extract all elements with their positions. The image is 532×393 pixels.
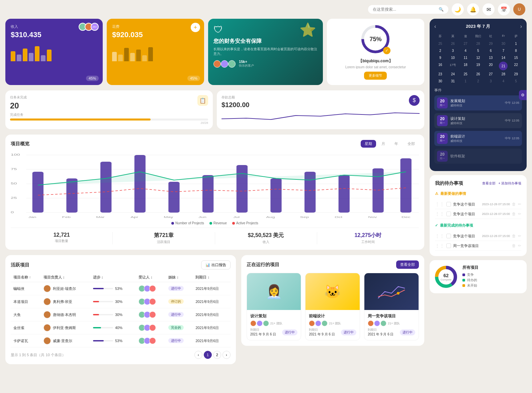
cal-day-15[interactable]: 15: [510, 55, 522, 61]
cal-day-31[interactable]: 31: [447, 78, 459, 84]
drag-handle-3[interactable]: ⋮⋮: [435, 243, 444, 248]
next-page-button[interactable]: ›: [223, 351, 231, 359]
bar-1: [11, 51, 15, 61]
cell-progress-4: 53%: [90, 334, 136, 347]
mail-button[interactable]: ✉: [482, 3, 495, 15]
cal-day-26[interactable]: 26: [472, 71, 484, 77]
revenue-amount: $310.435: [11, 30, 97, 39]
cal-day-17[interactable]: 17号: [447, 62, 459, 70]
tab-month[interactable]: 月: [377, 140, 389, 148]
page-2-button[interactable]: 2: [213, 351, 221, 359]
page-buttons[interactable]: ‹ 1 2 ›: [194, 351, 231, 359]
drag-handle-2[interactable]: ⋮⋮: [435, 233, 444, 239]
cal-day-10[interactable]: 10: [447, 55, 459, 61]
cal-day-16[interactable]: 16: [434, 62, 446, 70]
cal-day-3[interactable]: 3: [447, 48, 459, 54]
cal-day-14[interactable]: 14: [498, 55, 510, 61]
cal-day-1[interactable]: 1: [510, 41, 522, 47]
svg-rect-23: [401, 158, 412, 213]
cal-day-next-1[interactable]: 1: [459, 78, 471, 84]
event-sub-2: 威特科技: [450, 139, 502, 143]
promo-av-3: [228, 60, 236, 68]
todo-edit-3[interactable]: ✏: [518, 243, 521, 248]
tab-all[interactable]: 全部: [404, 140, 419, 148]
cal-day-12[interactable]: 12: [472, 55, 484, 61]
more-details-button[interactable]: 更多细节: [364, 72, 387, 80]
todo-delete-0[interactable]: 🗑: [512, 202, 516, 207]
proj-av-2-3: [380, 320, 386, 326]
cal-day-2[interactable]: 2: [434, 48, 446, 54]
view-all-running-button[interactable]: 查看全部: [396, 260, 419, 269]
cal-day-next-2[interactable]: 2: [472, 78, 484, 84]
user-avatar[interactable]: U: [513, 3, 525, 15]
todo-check-2[interactable]: [446, 234, 451, 238]
page-1-button[interactable]: 1: [204, 351, 212, 359]
cal-day-19[interactable]: 19: [472, 62, 484, 70]
todo-check-0[interactable]: [446, 202, 451, 207]
cal-day-next-4[interactable]: 4: [498, 78, 510, 84]
cal-day-22[interactable]: 22: [510, 62, 522, 70]
savings-icon: $: [409, 95, 420, 106]
cal-day-18[interactable]: 18: [459, 62, 471, 70]
cal-day-23[interactable]: 23: [434, 71, 446, 77]
cal-day-prev-26[interactable]: 26: [447, 41, 459, 47]
drag-handle-0[interactable]: ⋮⋮: [435, 202, 444, 207]
cal-day-prev-25[interactable]: 25: [434, 41, 446, 47]
cal-day-9[interactable]: 9: [434, 55, 446, 61]
proj-thumb-1: 🐱: [305, 273, 360, 310]
check-icon: ✓: [435, 223, 438, 228]
cal-day-6[interactable]: 6: [485, 48, 497, 54]
prev-page-button[interactable]: ‹: [194, 351, 202, 359]
cal-day-11[interactable]: 11: [459, 55, 471, 61]
todo-check-3[interactable]: [446, 243, 451, 248]
cal-day-13[interactable]: 13: [485, 55, 497, 61]
cal-day-28[interactable]: 28: [498, 71, 510, 77]
event-1[interactable]: 20 周一 设计策划 威特科技 中午 12:05: [434, 113, 522, 128]
todo-check-1[interactable]: [446, 212, 451, 216]
add-todo-link[interactable]: + 添加待办事项: [498, 181, 521, 186]
svg-point-36: [397, 292, 400, 295]
cal-day-8[interactable]: 8: [510, 48, 522, 54]
cal-day-30[interactable]: 30: [434, 78, 446, 84]
drag-handle-1[interactable]: ⋮⋮: [435, 211, 444, 217]
cal-day-25[interactable]: 25: [459, 71, 471, 77]
cal-day-7[interactable]: 7: [498, 48, 510, 54]
tab-year[interactable]: 年: [390, 140, 402, 148]
notification-button[interactable]: 🔔: [467, 3, 479, 15]
event-2[interactable]: 20 周一 前端设计 威特科技 中午 12:05: [434, 131, 522, 146]
cal-day-24[interactable]: 24: [447, 71, 459, 77]
cal-day-20[interactable]: 20: [485, 62, 497, 70]
search-box[interactable]: 🔍: [368, 5, 448, 14]
cal-day-prev-29[interactable]: 29: [485, 41, 497, 47]
todo-delete-2[interactable]: 🗑: [512, 234, 516, 238]
todo-edit-1[interactable]: ✏: [518, 212, 521, 216]
cal-day-29[interactable]: 29: [510, 71, 522, 77]
event-0[interactable]: 20 周一 发展规划 威特科技 中午 12:05: [434, 95, 522, 110]
todo-edit-0[interactable]: ✏: [518, 202, 521, 207]
search-input[interactable]: [373, 7, 436, 12]
cal-day-5[interactable]: 5: [472, 48, 484, 54]
proj-due-val-1: 2021 年 9 月 6 日: [309, 332, 335, 337]
export-button[interactable]: 📊 出口报告: [201, 260, 231, 269]
tab-week[interactable]: 星期: [361, 140, 376, 148]
calendar-button[interactable]: 📅: [498, 3, 510, 15]
todo-delete-3[interactable]: 🗑: [512, 243, 516, 248]
event-3[interactable]: 20 周一 软件框架: [434, 149, 522, 164]
proj-av-0-1: [250, 320, 256, 326]
todo-delete-1[interactable]: 🗑: [512, 212, 516, 216]
cal-day-next-3[interactable]: 3: [485, 78, 497, 84]
cal-day-prev-30[interactable]: 30: [498, 41, 510, 47]
dark-mode-button[interactable]: 🌙: [452, 3, 464, 15]
cal-prev-button[interactable]: ‹: [434, 23, 436, 29]
cal-day-next-5[interactable]: 5: [510, 78, 522, 84]
view-all-todo-link[interactable]: 查看全部: [482, 181, 496, 186]
cal-day-prev-27[interactable]: 27: [459, 41, 471, 47]
add-expense-button[interactable]: +: [191, 23, 200, 32]
cal-day-27[interactable]: 27: [485, 71, 497, 77]
warning-icon: ⚠: [435, 191, 438, 196]
cal-next-button[interactable]: ›: [520, 23, 522, 29]
cal-day-21-today[interactable]: 21: [499, 62, 508, 70]
cal-day-prev-28[interactable]: 28: [472, 41, 484, 47]
cal-day-4[interactable]: 4: [459, 48, 471, 54]
todo-edit-2[interactable]: ✏: [518, 234, 521, 238]
